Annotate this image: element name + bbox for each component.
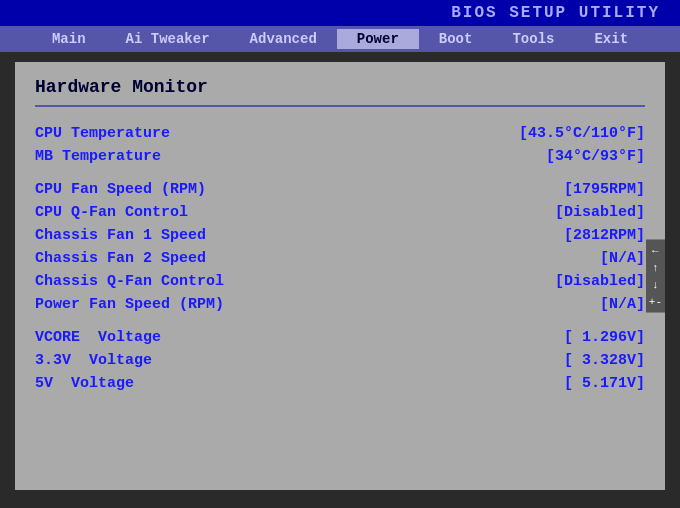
table-row: 5V Voltage [ 5.171V] bbox=[35, 372, 645, 395]
tab-exit[interactable]: Exit bbox=[574, 29, 648, 49]
table-row: Chassis Q-Fan Control [Disabled] bbox=[35, 270, 645, 293]
chassis-fan2-label: Chassis Fan 2 Speed bbox=[35, 250, 206, 267]
mb-temp-value: [34°C/93°F] bbox=[546, 148, 645, 165]
main-content-area: Hardware Monitor CPU Temperature [43.5°C… bbox=[15, 62, 665, 490]
chassis-qfan-label: Chassis Q-Fan Control bbox=[35, 273, 224, 290]
arrow-adjust: +- bbox=[649, 296, 662, 308]
table-row: Power Fan Speed (RPM) [N/A] bbox=[35, 293, 645, 316]
bios-screen: BIOS SETUP UTILITY Main Ai Tweaker Advan… bbox=[0, 0, 680, 508]
cpu-fan-label: CPU Fan Speed (RPM) bbox=[35, 181, 206, 198]
power-fan-value: [N/A] bbox=[600, 296, 645, 313]
cpu-temp-label: CPU Temperature bbox=[35, 125, 170, 142]
table-row: 3.3V Voltage [ 3.328V] bbox=[35, 349, 645, 372]
table-row: MB Temperature [34°C/93°F] bbox=[35, 145, 645, 168]
cpu-qfan-value: [Disabled] bbox=[555, 204, 645, 221]
table-row: Chassis Fan 2 Speed [N/A] bbox=[35, 247, 645, 270]
spacer-row bbox=[35, 316, 645, 326]
cpu-temp-value: [43.5°C/110°F] bbox=[519, 125, 645, 142]
cpu-qfan-label: CPU Q-Fan Control bbox=[35, 204, 188, 221]
section-title: Hardware Monitor bbox=[35, 77, 645, 97]
tab-power[interactable]: Power bbox=[337, 29, 419, 49]
chassis-qfan-value: [Disabled] bbox=[555, 273, 645, 290]
v5-value: [ 5.171V] bbox=[564, 375, 645, 392]
chassis-fan2-value: [N/A] bbox=[600, 250, 645, 267]
bios-title-bar: BIOS SETUP UTILITY bbox=[0, 0, 680, 26]
tab-ai-tweaker[interactable]: Ai Tweaker bbox=[106, 29, 230, 49]
table-row: CPU Fan Speed (RPM) [1795RPM] bbox=[35, 178, 645, 201]
cpu-fan-value: [1795RPM] bbox=[564, 181, 645, 198]
mb-temp-label: MB Temperature bbox=[35, 148, 161, 165]
table-row: CPU Temperature [43.5°C/110°F] bbox=[35, 122, 645, 145]
chassis-fan1-value: [2812RPM] bbox=[564, 227, 645, 244]
tab-tools[interactable]: Tools bbox=[492, 29, 574, 49]
bios-title: BIOS SETUP UTILITY bbox=[451, 4, 660, 22]
monitor-table: CPU Temperature [43.5°C/110°F] MB Temper… bbox=[35, 122, 645, 395]
arrow-up: ↑ bbox=[652, 262, 659, 274]
power-fan-label: Power Fan Speed (RPM) bbox=[35, 296, 224, 313]
arrow-left: ← bbox=[652, 245, 659, 257]
v5-label: 5V Voltage bbox=[35, 375, 134, 392]
tab-boot[interactable]: Boot bbox=[419, 29, 493, 49]
table-row: Chassis Fan 1 Speed [2812RPM] bbox=[35, 224, 645, 247]
tab-bar: Main Ai Tweaker Advanced Power Boot Tool… bbox=[0, 26, 680, 52]
vcore-label: VCORE Voltage bbox=[35, 329, 161, 346]
v33-label: 3.3V Voltage bbox=[35, 352, 152, 369]
arrow-down: ↓ bbox=[652, 279, 659, 291]
spacer-row bbox=[35, 168, 645, 178]
tab-main[interactable]: Main bbox=[32, 29, 106, 49]
chassis-fan1-label: Chassis Fan 1 Speed bbox=[35, 227, 206, 244]
table-row: CPU Q-Fan Control [Disabled] bbox=[35, 201, 645, 224]
tab-advanced[interactable]: Advanced bbox=[230, 29, 337, 49]
vcore-value: [ 1.296V] bbox=[564, 329, 645, 346]
table-row: VCORE Voltage [ 1.296V] bbox=[35, 326, 645, 349]
v33-value: [ 3.328V] bbox=[564, 352, 645, 369]
navigation-arrows: ← ↑ ↓ +- bbox=[646, 240, 665, 313]
section-divider bbox=[35, 105, 645, 107]
